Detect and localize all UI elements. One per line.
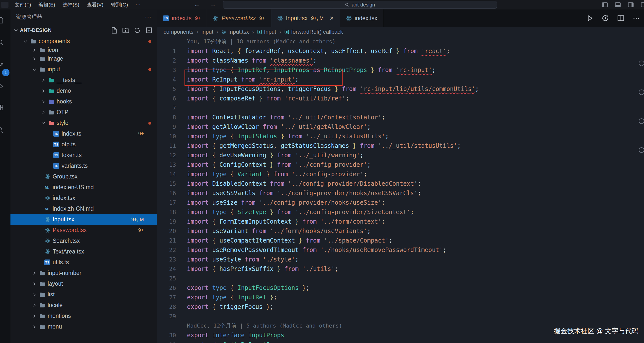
code-line[interactable]: 21import { useCompactItemContext } from … xyxy=(157,236,644,245)
menu-item[interactable]: 查看(V) xyxy=(83,2,107,8)
customize-layout-icon[interactable] xyxy=(640,2,644,8)
extensions-icon[interactable] xyxy=(0,104,4,112)
menu-item[interactable]: 文件(F) xyxy=(11,2,35,8)
account-icon[interactable] xyxy=(0,126,4,134)
collapse-all-icon[interactable] xyxy=(146,27,152,34)
explorer-icon[interactable] xyxy=(0,16,4,24)
tree-item[interactable]: Input.tsx9+, M xyxy=(10,214,157,225)
explorer-section-header[interactable]: ANT-DESIGN xyxy=(10,24,157,36)
editor-tab[interactable]: TSindex.ts9+ xyxy=(157,10,207,27)
breadcrumb-item[interactable]: Input xyxy=(257,29,276,35)
breadcrumb-item[interactable]: forwardRef() callback xyxy=(284,29,343,35)
run-debug-icon[interactable] xyxy=(0,82,4,90)
tree-item[interactable]: TSotp.ts xyxy=(10,139,157,150)
search-icon[interactable] xyxy=(0,38,4,46)
editor-tab[interactable]: index.tsx xyxy=(340,10,384,27)
editor-tab[interactable]: Password.tsx9+ xyxy=(207,10,271,27)
tree-item[interactable]: index.tsx xyxy=(10,193,157,204)
code-line[interactable]: 8import ContextIsolator from '../_util/C… xyxy=(157,113,644,122)
code-line[interactable]: 16import useCSSVarCls from '../config-pr… xyxy=(157,188,644,198)
code-line[interactable]: 7 xyxy=(157,103,644,113)
back-icon[interactable]: ← xyxy=(194,1,200,8)
tree-item[interactable]: demo xyxy=(10,86,157,96)
breadcrumb-item[interactable]: Input.tsx xyxy=(222,29,249,35)
breadcrumb-item[interactable]: components xyxy=(164,29,194,35)
panel-bottom-icon[interactable] xyxy=(614,2,621,8)
refresh-icon[interactable] xyxy=(134,27,140,34)
tree-item[interactable]: M↓index.en-US.md xyxy=(10,182,157,193)
tree-item[interactable]: TSvariants.ts xyxy=(10,160,157,171)
tree-item[interactable]: input-number xyxy=(10,268,157,278)
more-actions-icon[interactable]: ⋯ xyxy=(145,13,151,21)
code-line[interactable]: 26export type { InputFocusOptions }; xyxy=(157,283,644,293)
tree-item[interactable]: layout xyxy=(10,278,157,289)
search-input[interactable]: ant-design xyxy=(223,1,497,9)
code-line[interactable]: 13import { ConfigContext } from '../conf… xyxy=(157,160,644,170)
line-number: 11 xyxy=(157,142,176,149)
source-control-icon[interactable] xyxy=(0,60,4,68)
history-icon[interactable] xyxy=(602,14,609,22)
menu-item[interactable]: 编辑(E) xyxy=(35,2,59,8)
right-rail-icon[interactable] xyxy=(638,117,644,125)
tree-item[interactable]: TSindex.ts9+ xyxy=(10,128,157,139)
code-line[interactable]: 6import { composeRef } from 'rc-util/lib… xyxy=(157,94,644,103)
code-line[interactable]: 22import useRemovePasswordTimeout from '… xyxy=(157,245,644,255)
run-icon[interactable] xyxy=(586,14,594,22)
code-line[interactable]: 2import classNames from 'classnames'; xyxy=(157,56,644,65)
close-icon[interactable]: × xyxy=(330,15,334,22)
more-icon[interactable] xyxy=(632,14,640,22)
code-line[interactable]: 15import DisabledContext from '../config… xyxy=(157,179,644,188)
right-rail-icon[interactable] xyxy=(638,146,644,154)
tree-item[interactable]: TStoken.ts xyxy=(10,150,157,160)
code-line[interactable]: 23import useStyle from './style'; xyxy=(157,255,644,264)
forward-icon[interactable]: → xyxy=(210,1,216,8)
tree-item[interactable]: TSutils.ts xyxy=(10,257,157,268)
tree-item[interactable]: style xyxy=(10,118,157,128)
code-line[interactable]: 25 xyxy=(157,274,644,283)
new-folder-icon[interactable] xyxy=(122,27,129,34)
menu-item[interactable]: 选择(S) xyxy=(59,2,83,8)
code-line[interactable]: 24import { hasPrefixSuffix } from './uti… xyxy=(157,264,644,274)
tree-item[interactable]: M↓index.zh-CN.md xyxy=(10,204,157,214)
code-line[interactable]: 10import type { InputStatus } from '../_… xyxy=(157,132,644,141)
tree-item[interactable]: Search.tsx xyxy=(10,236,157,246)
code-line[interactable]: 9import getAllowClear from '../_util/get… xyxy=(157,122,644,132)
panel-right-icon[interactable] xyxy=(628,2,634,8)
code-line[interactable]: 27export type { InputRef }; xyxy=(157,293,644,302)
right-rail-icon[interactable] xyxy=(638,59,644,67)
new-file-icon[interactable] xyxy=(110,27,117,34)
code-line[interactable]: 14import type { Variant } from '../confi… xyxy=(157,170,644,179)
code-line[interactable]: 17import useSize from '../config-provide… xyxy=(157,198,644,208)
line-number: 21 xyxy=(157,237,176,244)
tree-item[interactable]: components xyxy=(10,36,157,46)
code-line[interactable]: 29 xyxy=(157,312,644,321)
tree-item[interactable]: locale xyxy=(10,300,157,310)
tree-item[interactable]: image xyxy=(10,53,157,64)
breadcrumb-item[interactable]: input xyxy=(202,29,214,35)
tree-item[interactable]: hooks xyxy=(10,96,157,107)
menu-overflow-icon[interactable]: ⋯ xyxy=(132,2,144,8)
code-line[interactable]: 20import useVariant from '../form/hooks/… xyxy=(157,226,644,236)
code-line[interactable]: 28export { triggerFocus }; xyxy=(157,302,644,312)
tree-item[interactable]: icon xyxy=(10,46,157,53)
code-line[interactable]: 18import type { SizeType } from '../conf… xyxy=(157,208,644,217)
tree-item[interactable]: __tests__ xyxy=(10,75,157,86)
code-line[interactable]: 11import { getMergedStatus, getStatusCla… xyxy=(157,141,644,150)
tree-item[interactable]: input xyxy=(10,64,157,75)
tree-item[interactable]: Password.tsx9+ xyxy=(10,225,157,236)
code-line[interactable]: 19import { FormItemInputContext } from '… xyxy=(157,217,644,226)
right-rail-icon[interactable] xyxy=(638,88,644,96)
split-editor-icon[interactable] xyxy=(617,14,624,22)
tree-item[interactable]: TextArea.tsx xyxy=(10,246,157,257)
editor-tab[interactable]: Input.tsx9+, M× xyxy=(271,10,340,27)
code-line[interactable]: 1import React, { forwardRef, useContext,… xyxy=(157,46,644,56)
code-line[interactable]: 31 extends Omit<RcInputProps, xyxy=(157,340,644,343)
panel-left-icon[interactable] xyxy=(602,2,608,8)
tree-item[interactable]: Group.tsx xyxy=(10,171,157,182)
tree-item[interactable]: OTP xyxy=(10,107,157,118)
tree-item[interactable]: list xyxy=(10,289,157,300)
menu-item[interactable]: 转到(G) xyxy=(107,2,132,8)
tree-item[interactable]: menu xyxy=(10,321,157,332)
tree-item[interactable]: mentions xyxy=(10,310,157,321)
code-line[interactable]: 12import { devUseWarning } from '../_uti… xyxy=(157,150,644,160)
